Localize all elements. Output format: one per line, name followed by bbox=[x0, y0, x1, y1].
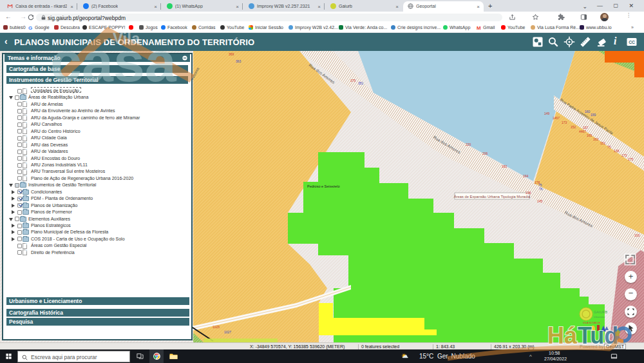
svg-text:75: 75 bbox=[607, 145, 611, 149]
svg-text:351: 351 bbox=[358, 81, 364, 85]
svg-text:138: 138 bbox=[526, 191, 531, 195]
svg-text:160: 160 bbox=[585, 110, 591, 113]
svg-text:100: 100 bbox=[634, 233, 640, 237]
svg-text:Pedroso e Seixezelo: Pedroso e Seixezelo bbox=[307, 184, 339, 188]
svg-text:145: 145 bbox=[537, 199, 543, 203]
svg-text:Áreas de Expansão Urbana Tipol: Áreas de Expansão Urbana Tipologia Morad… bbox=[454, 195, 531, 199]
svg-text:165: 165 bbox=[587, 133, 592, 137]
svg-text:182: 182 bbox=[502, 164, 507, 168]
svg-text:173: 173 bbox=[562, 121, 567, 124]
svg-text:173: 173 bbox=[621, 153, 627, 157]
svg-text:VILA NOVA DE: VILA NOVA DE bbox=[583, 321, 600, 324]
svg-text:1027: 1027 bbox=[224, 330, 231, 334]
svg-text:149: 149 bbox=[544, 112, 550, 115]
svg-text:1467: 1467 bbox=[553, 116, 560, 120]
svg-text:151: 151 bbox=[600, 141, 606, 145]
svg-text:363: 363 bbox=[236, 59, 242, 63]
svg-text:369: 369 bbox=[229, 52, 234, 56]
svg-text:159: 159 bbox=[591, 113, 596, 117]
svg-text:76: 76 bbox=[539, 187, 543, 191]
svg-text:157: 157 bbox=[583, 126, 589, 130]
svg-text:164: 164 bbox=[523, 174, 529, 178]
svg-text:CC: CC bbox=[629, 40, 635, 44]
svg-text:152: 152 bbox=[571, 125, 576, 129]
svg-text:138: 138 bbox=[614, 149, 620, 153]
svg-text:4467: 4467 bbox=[579, 130, 586, 133]
svg-text:163: 163 bbox=[593, 137, 599, 141]
svg-text:1025: 1025 bbox=[213, 325, 220, 329]
svg-text:375: 375 bbox=[350, 79, 356, 83]
svg-text:GAIURB: GAIURB bbox=[594, 310, 607, 314]
svg-text:206: 206 bbox=[482, 152, 488, 155]
svg-text:220: 220 bbox=[466, 142, 471, 146]
svg-text:175: 175 bbox=[628, 157, 634, 161]
svg-text:Urbanismo: Urbanismo bbox=[594, 316, 605, 319]
